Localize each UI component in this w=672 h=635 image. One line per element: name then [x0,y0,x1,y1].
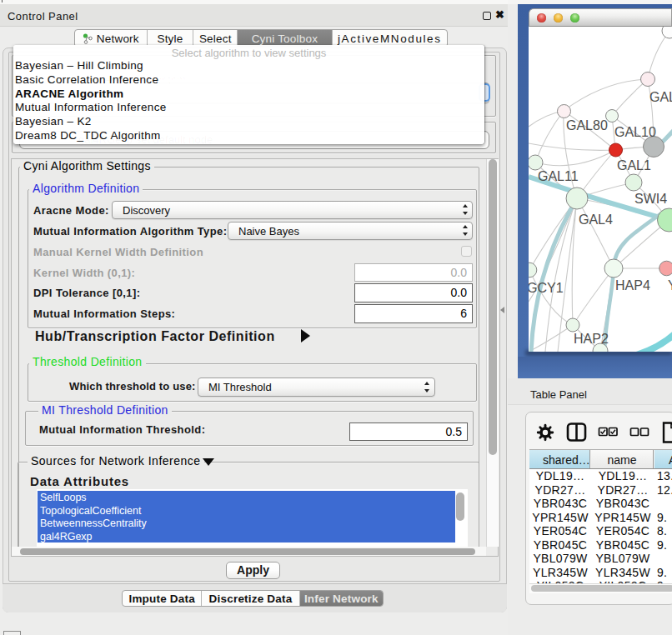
svg-text:GAL4: GAL4 [579,212,613,227]
svg-text:HAP2: HAP2 [574,332,609,346]
svg-text:HAP4: HAP4 [615,278,650,292]
svg-text:GCY1: GCY1 [529,281,564,295]
svg-text:GAL: GAL [649,90,672,104]
svg-text:GAL10: GAL10 [614,125,656,139]
svg-text:GAL80: GAL80 [566,118,608,132]
svg-text:GAL1: GAL1 [617,158,651,172]
svg-text:Y: Y [668,278,672,292]
svg-text:SWI4: SWI4 [634,192,667,206]
svg-text:GAL11: GAL11 [538,169,579,183]
